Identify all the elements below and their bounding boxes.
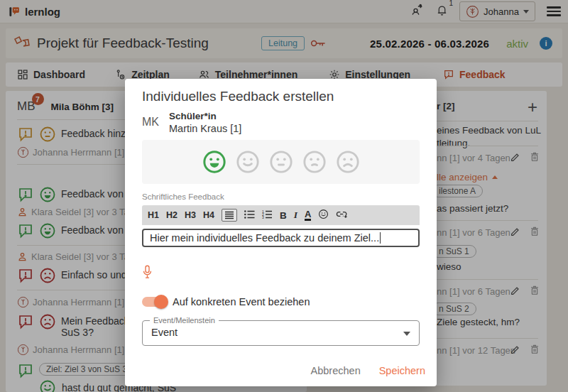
align-justify-button[interactable] [222,209,237,222]
bullet-list-button[interactable] [244,209,255,222]
app-root: lernlog 1 [0,0,568,392]
ordered-list-button[interactable]: 123 [262,209,273,222]
svg-text:3: 3 [262,215,264,219]
heading1-button[interactable]: H1 [148,210,159,220]
text-color-button[interactable]: A [305,209,311,221]
mood-happy[interactable] [236,150,260,174]
event-toggle-row: Auf konkreten Event beziehen [142,296,310,307]
recipient-initials: MK [142,116,159,129]
heading2-button[interactable]: H2 [166,210,178,220]
mood-unhappy[interactable] [302,150,327,174]
editor-label: Schriftliches Feedback [142,192,224,201]
heading3-button[interactable]: H3 [185,210,196,220]
recipient-role: Schüler*in [169,111,217,121]
mood-sad[interactable] [336,150,360,174]
event-toggle-on[interactable] [142,297,166,307]
event-select-label: Event/Meilenstein [150,316,219,325]
bold-button[interactable]: B [280,210,287,221]
heading4-button[interactable]: H4 [203,210,214,220]
chevron-down-icon [403,332,410,336]
mood-very-happy-selected[interactable] [202,150,226,174]
modal-title: Individuelles Feedback erstellen [142,89,334,104]
mood-rating [142,140,420,184]
event-toggle-label: Auf konkreten Event beziehen [173,296,310,307]
editor-toolbar: H1 H2 H3 H4 123 B I A [142,205,420,225]
emoji-button[interactable] [318,209,329,222]
save-button[interactable]: Speichern [379,365,425,376]
event-select-value: Event [151,327,178,338]
insert-link-button[interactable] [336,209,348,222]
italic-button[interactable]: I [294,209,297,221]
mood-neutral[interactable] [269,150,293,174]
microphone-button[interactable] [142,265,153,282]
text-cursor [380,232,381,244]
event-select[interactable]: Event/Meilenstein Event [142,320,420,346]
create-feedback-modal: Individuelles Feedback erstellen MK Schü… [125,79,437,386]
cancel-button[interactable]: Abbrechen [311,365,361,376]
recipient-name: Martin Kraus [1] [169,123,241,134]
feedback-text-input[interactable]: Hier mein individuelles Feedback zu dein… [142,229,420,247]
